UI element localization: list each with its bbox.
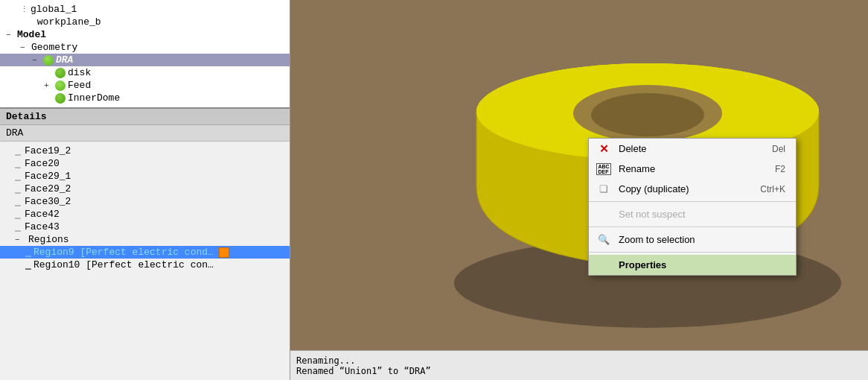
status-line-2: Renamed “Union1” to “DRA” — [296, 366, 862, 376]
menu-separator-1 — [589, 201, 796, 202]
delete-icon: ✕ — [596, 143, 611, 155]
tree-item-disk[interactable]: disk — [0, 66, 290, 79]
tree-item-dra[interactable]: − DRA — [0, 54, 290, 66]
dra-icon — [43, 55, 54, 66]
rename-icon: ABCDEF — [596, 163, 611, 175]
innerdome-icon — [55, 93, 66, 104]
menu-item-set-not-suspect: Set not suspect — [589, 204, 796, 224]
detail-face30-2[interactable]: ⎯ Face30_2 — [0, 195, 290, 208]
tree-item-geometry[interactable]: − Geometry — [0, 41, 290, 54]
tree-label: InnerDome — [68, 92, 120, 104]
tree-item-innerdome[interactable]: InnerDome — [0, 92, 290, 104]
right-panel: excite_b ✕ Delete Del ABCDEF Rename F2 ❏… — [290, 0, 868, 380]
set-not-suspect-icon — [596, 209, 611, 221]
details-name: DRA — [0, 125, 290, 142]
detail-regions[interactable]: − Regions — [0, 233, 290, 246]
zoom-icon: 🔍 — [596, 234, 611, 246]
tree-label: global_1 — [31, 4, 77, 15]
detail-region10[interactable]: ⎯ Region10 [Perfect electric con… — [0, 259, 290, 271]
region9-color-swatch — [219, 247, 229, 258]
tree-label: workplane_b — [37, 16, 101, 28]
detail-face42[interactable]: ⎯ Face42 — [0, 208, 290, 221]
tree-item-feed[interactable]: + Feed — [0, 79, 290, 92]
feed-icon — [55, 80, 66, 91]
menu-item-rename[interactable]: ABCDEF Rename F2 — [589, 159, 796, 179]
detail-face29-2[interactable]: ⎯ Face29_2 — [0, 183, 290, 195]
menu-item-properties[interactable]: Properties — [589, 255, 796, 275]
menu-item-copy[interactable]: ❏ Copy (duplicate) Ctrl+K — [589, 179, 796, 199]
detail-region9[interactable]: ⎯ Region9 [Perfect electric cond… — [0, 246, 290, 259]
detail-face19-2[interactable]: ⎯ Face19_2 — [0, 145, 290, 157]
status-line-1: Renaming... — [296, 355, 862, 366]
menu-item-delete[interactable]: ✕ Delete Del — [589, 139, 796, 159]
context-menu: ✕ Delete Del ABCDEF Rename F2 ❏ Copy (du… — [588, 138, 797, 276]
tree-label: Feed — [68, 80, 91, 91]
status-log: Renaming... Renamed “Union1” to “DRA” — [290, 350, 868, 380]
tree-label: Geometry — [31, 42, 77, 53]
copy-icon: ❏ — [596, 183, 611, 195]
properties-icon — [596, 259, 611, 271]
details-section: Details DRA ⎯ Face19_2 ⎯ Face20 ⎯ Face29… — [0, 109, 290, 380]
detail-face20[interactable]: ⎯ Face20 — [0, 157, 290, 170]
tree-label: Model — [17, 29, 46, 40]
tree-item-model[interactable]: − Model — [0, 28, 290, 41]
menu-separator-2 — [589, 227, 796, 227]
tree-section: ⋮ global_1 workplane_b − Model − Geometr… — [0, 0, 290, 109]
detail-face43[interactable]: ⎯ Face43 — [0, 221, 290, 233]
tree-item-workplane[interactable]: workplane_b — [0, 16, 290, 28]
menu-item-zoom[interactable]: 🔍 Zoom to selection — [589, 229, 796, 250]
tree-item-global[interactable]: ⋮ global_1 — [0, 3, 290, 16]
details-header: Details — [0, 109, 290, 125]
menu-separator-3 — [589, 252, 796, 253]
disk-icon — [55, 68, 66, 78]
left-panel: ⋮ global_1 workplane_b − Model − Geometr… — [0, 0, 290, 380]
detail-face29-1[interactable]: ⎯ Face29_1 — [0, 170, 290, 183]
details-tree: ⎯ Face19_2 ⎯ Face20 ⎯ Face29_1 ⎯ Face29_… — [0, 142, 290, 274]
tree-label: DRA — [56, 54, 73, 66]
main-layout: ⋮ global_1 workplane_b − Model − Geometr… — [0, 0, 868, 380]
svg-point-10 — [591, 93, 704, 136]
tree-label: disk — [68, 67, 91, 78]
